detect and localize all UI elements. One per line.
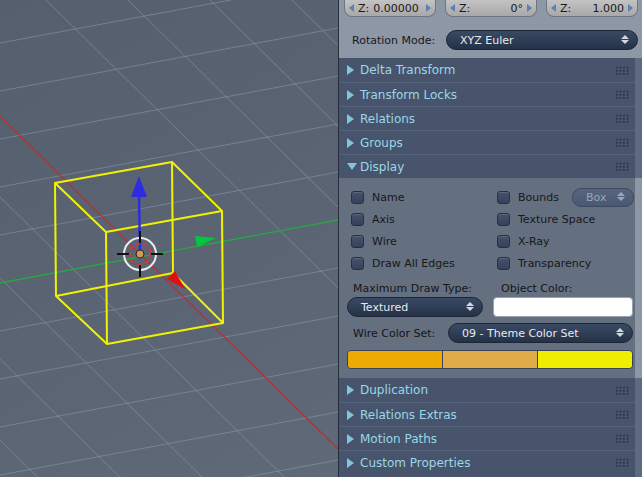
field-value: 1.000	[593, 2, 625, 15]
panel-header-display[interactable]: Display	[339, 154, 642, 178]
drag-handle-icon[interactable]	[615, 162, 629, 171]
field-label: Z:	[358, 2, 369, 15]
drag-handle-icon[interactable]	[615, 410, 629, 419]
bounds-type-dropdown[interactable]: Box	[572, 188, 634, 207]
scale-z-field[interactable]: Z: 1.000	[546, 0, 638, 17]
floor-grid	[0, 0, 338, 477]
checkbox-row-name: Name	[347, 186, 493, 208]
expand-right-icon	[347, 410, 360, 420]
expand-right-icon	[347, 114, 360, 124]
panel-header-transform-locks[interactable]: Transform Locks	[339, 82, 642, 106]
name-checkbox[interactable]	[351, 191, 364, 204]
theme-color-set-swatches	[347, 350, 633, 369]
panel-header-motion-paths[interactable]: Motion Paths	[339, 426, 642, 450]
location-z-field[interactable]: Z: 0.00000	[344, 0, 436, 17]
panel-title: Duplication	[360, 383, 428, 397]
field-label: Z:	[459, 2, 470, 15]
checkbox-label: Texture Space	[518, 213, 595, 226]
display-panel-content: Name Bounds Box Axis Texture Space	[339, 178, 642, 378]
wire-color-set-label: Wire Color Set:	[347, 327, 448, 340]
decrement-arrow-icon[interactable]	[551, 4, 556, 12]
bounds-type-value: Box	[586, 191, 606, 204]
rotation-mode-value: XYZ Euler	[460, 34, 514, 47]
decrement-arrow-icon[interactable]	[349, 4, 354, 12]
max-draw-type-dropdown[interactable]: Textured	[347, 297, 483, 317]
wire-color-set-dropdown[interactable]: 09 - Theme Color Set	[448, 323, 633, 343]
checkbox-row-axis: Axis	[347, 208, 493, 230]
draw-all-edges-checkbox[interactable]	[351, 257, 364, 270]
drag-handle-icon[interactable]	[615, 386, 629, 395]
wire-color-set-value: 09 - Theme Color Set	[462, 327, 579, 340]
expand-right-icon	[347, 385, 360, 395]
dropdown-arrows-icon	[621, 34, 629, 46]
3d-viewport[interactable]	[0, 0, 338, 477]
wire-color-swatch-3[interactable]	[537, 351, 632, 368]
field-label: Z:	[560, 2, 571, 15]
axis-checkbox[interactable]	[351, 213, 364, 226]
dropdown-arrows-icon	[616, 327, 624, 339]
transparency-checkbox[interactable]	[497, 257, 510, 270]
expand-right-icon	[347, 458, 360, 468]
checkbox-label: X-Ray	[518, 235, 550, 248]
panel-header-relations[interactable]: Relations	[339, 106, 642, 130]
checkbox-label: Axis	[372, 213, 395, 226]
panel-title: Relations	[360, 112, 415, 126]
expand-right-icon	[347, 65, 360, 75]
checkbox-label: Bounds	[518, 191, 559, 204]
field-value: 0.00000	[373, 2, 419, 15]
panel-title: Relations Extras	[360, 408, 457, 422]
panel-gutter	[635, 378, 642, 477]
drag-handle-icon[interactable]	[615, 138, 629, 147]
object-color-label: Object Color:	[493, 282, 634, 295]
app-window: Z: 0.00000 Z: 0° Z: 1.000 Ro	[0, 0, 642, 477]
decrement-arrow-icon[interactable]	[450, 4, 455, 12]
increment-arrow-icon[interactable]	[426, 4, 431, 12]
panel-title: Custom Properties	[360, 456, 470, 470]
object-color-swatch[interactable]	[493, 297, 633, 317]
checkbox-label: Name	[372, 191, 404, 204]
checkbox-label: Transparency	[518, 257, 591, 270]
wire-color-swatch-1[interactable]	[348, 351, 442, 368]
wire-color-swatch-2[interactable]	[442, 351, 537, 368]
panel-header-duplication[interactable]: Duplication	[339, 378, 642, 402]
checkbox-row-wire: Wire	[347, 230, 493, 252]
texture-space-checkbox[interactable]	[497, 213, 510, 226]
wire-checkbox[interactable]	[351, 235, 364, 248]
panel-header-delta-transform[interactable]: Delta Transform	[339, 58, 642, 82]
manipulator-z-arrowhead	[131, 176, 147, 197]
checkbox-row-draw-all-edges: Draw All Edges	[347, 252, 493, 274]
drag-handle-icon[interactable]	[615, 66, 629, 75]
checkbox-label: Wire	[372, 235, 397, 248]
panel-title: Motion Paths	[360, 432, 437, 446]
panel-header-custom-properties[interactable]: Custom Properties	[339, 450, 642, 474]
properties-panel: Z: 0.00000 Z: 0° Z: 1.000 Ro	[338, 0, 642, 477]
collapse-down-icon	[347, 163, 360, 170]
xray-checkbox[interactable]	[497, 235, 510, 248]
expand-right-icon	[347, 138, 360, 148]
panel-title: Display	[360, 160, 404, 174]
checkbox-row-transparency: Transparency	[493, 252, 634, 274]
drag-handle-icon[interactable]	[615, 90, 629, 99]
panel-gutter	[635, 178, 642, 378]
x-axis-line	[0, 116, 338, 449]
increment-arrow-icon[interactable]	[628, 4, 633, 12]
checkbox-label: Draw All Edges	[372, 257, 455, 270]
drag-handle-icon[interactable]	[615, 434, 629, 443]
bounds-checkbox[interactable]	[497, 191, 510, 204]
rotation-z-field[interactable]: Z: 0°	[445, 0, 537, 17]
panel-title: Transform Locks	[360, 88, 457, 102]
increment-arrow-icon[interactable]	[527, 4, 532, 12]
panel-gutter	[635, 58, 642, 178]
dropdown-arrows-icon	[466, 301, 474, 313]
drag-handle-icon[interactable]	[615, 114, 629, 123]
panel-header-relations-extras[interactable]: Relations Extras	[339, 402, 642, 426]
panel-header-groups[interactable]: Groups	[339, 130, 642, 154]
panel-list-bottom: Duplication Relations Extras Motion Path…	[339, 378, 642, 477]
rotation-mode-dropdown[interactable]: XYZ Euler	[446, 30, 638, 50]
expand-right-icon	[347, 90, 360, 100]
checkbox-row-bounds: Bounds Box	[493, 186, 634, 208]
dropdown-arrows-icon	[617, 191, 625, 203]
checkbox-row-texture-space: Texture Space	[493, 208, 634, 230]
checkbox-row-xray: X-Ray	[493, 230, 634, 252]
drag-handle-icon[interactable]	[615, 458, 629, 467]
